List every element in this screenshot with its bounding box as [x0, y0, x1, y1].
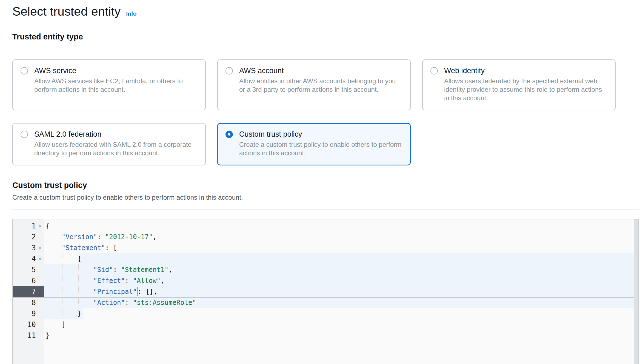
- json-punctuation: [46, 266, 93, 274]
- trusted-entity-card-aws-service[interactable]: AWS service Allow AWS services like EC2,…: [12, 59, 206, 110]
- json-punctuation: :: [125, 299, 133, 306]
- editor-line-6[interactable]: 6 "Effect": "Allow",: [13, 275, 638, 286]
- line-number: 10: [27, 319, 36, 330]
- gutter-line-5: 5: [13, 264, 44, 275]
- card-description: Allows users federated by the specified …: [444, 77, 607, 102]
- line-number: 9: [32, 308, 36, 319]
- json-punctuation: {: [46, 222, 50, 230]
- gutter-line-4: 4▾: [13, 253, 44, 264]
- json-string: "Allow": [133, 277, 161, 285]
- trust-policy-code-editor[interactable]: 1▾{2 "Version": "2012-10-17",3▾ "Stateme…: [12, 219, 639, 364]
- trusted-entity-type-heading: Trusted entity type: [12, 32, 640, 41]
- json-punctuation: :: [125, 277, 133, 285]
- json-string: "Statement1": [121, 266, 168, 274]
- editor-line-2[interactable]: 2 "Version": "2012-10-17",: [13, 231, 638, 242]
- json-punctuation: }: [46, 332, 50, 339]
- radio-custom-trust-policy[interactable]: [225, 131, 233, 138]
- card-label: Web identity: [444, 67, 485, 75]
- editor-line-11[interactable]: 11}: [13, 330, 638, 341]
- json-punctuation: : {},: [138, 288, 157, 296]
- card-label: AWS service: [34, 67, 76, 75]
- editor-line-8[interactable]: 8 "Action": "sts:AssumeRole": [13, 297, 638, 308]
- card-description: Allow users federated with SAML 2.0 from…: [34, 140, 198, 157]
- json-punctuation: [46, 288, 93, 296]
- radio-saml-federation[interactable]: [21, 131, 28, 138]
- json-punctuation: ,: [153, 233, 156, 241]
- line-number: 3: [32, 242, 36, 253]
- json-punctuation: {: [46, 255, 81, 263]
- card-description: Create a custom trust policy to enable o…: [239, 140, 402, 157]
- json-key: "Version": [62, 233, 97, 241]
- card-head: Web identity: [430, 67, 607, 75]
- json-punctuation: ,: [161, 277, 164, 285]
- json-punctuation: : [: [105, 244, 117, 252]
- editor-scrollbar[interactable]: [634, 219, 638, 364]
- fold-toggle-icon[interactable]: ▾: [36, 242, 44, 253]
- json-punctuation: ,: [168, 266, 172, 274]
- page-title: Select trusted entity: [12, 4, 121, 19]
- line-number: 5: [32, 264, 36, 275]
- json-punctuation: [46, 277, 93, 285]
- json-punctuation: ]: [46, 321, 65, 328]
- json-key: "Statement": [62, 244, 105, 252]
- json-punctuation: [46, 299, 93, 306]
- gutter-line-3: 3▾: [13, 242, 44, 253]
- line-number: 8: [32, 297, 36, 308]
- json-punctuation: :: [97, 233, 105, 241]
- gutter-line-11: 11: [13, 330, 44, 341]
- card-label: SAML 2.0 federation: [34, 130, 101, 139]
- gutter-line-7: 7: [13, 286, 44, 297]
- editor-line-1[interactable]: 1▾{: [13, 220, 638, 231]
- radio-aws-account[interactable]: [225, 67, 233, 74]
- code-text: "Statement": [: [44, 242, 634, 253]
- gutter-line-6: 6: [13, 275, 44, 286]
- json-punctuation: [46, 233, 62, 241]
- editor-line-10[interactable]: 10 ]: [13, 319, 638, 330]
- info-link[interactable]: Info: [126, 10, 136, 17]
- line-number: 7: [32, 286, 36, 297]
- editor-line-4[interactable]: 4▾ {: [13, 253, 638, 264]
- line-number: 2: [32, 231, 36, 242]
- code-text: }: [44, 308, 634, 319]
- editor-line-3[interactable]: 3▾ "Statement": [: [13, 242, 638, 253]
- trusted-entity-card-aws-account[interactable]: AWS account Allow entities in other AWS …: [217, 59, 411, 110]
- radio-web-identity[interactable]: [430, 67, 438, 74]
- json-string: "sts:AssumeRole": [133, 299, 196, 306]
- code-text: "Principal": {},: [44, 286, 634, 297]
- json-key: "Effect": [93, 277, 125, 285]
- custom-trust-policy-heading: Custom trust policy: [12, 181, 640, 190]
- trusted-entity-card-web-identity[interactable]: Web identity Allows users federated by t…: [422, 59, 616, 110]
- card-label: Custom trust policy: [239, 130, 302, 139]
- code-text: "Action": "sts:AssumeRole": [44, 297, 634, 308]
- line-number: 4: [32, 253, 36, 264]
- json-key: "Sid": [93, 266, 113, 274]
- page-header: Select trusted entity Info: [12, 4, 640, 19]
- editor-line-9[interactable]: 9 }: [13, 308, 638, 319]
- gutter-line-8: 8: [13, 297, 44, 308]
- code-text: "Effect": "Allow",: [44, 275, 634, 286]
- code-text: {: [44, 253, 634, 264]
- json-key: "Action": [93, 299, 125, 306]
- trusted-entity-card-saml-federation[interactable]: SAML 2.0 federation Allow users federate…: [12, 123, 206, 165]
- gutter-line-2: 2: [13, 231, 44, 242]
- editor-line-7[interactable]: 7 "Principal": {},: [13, 286, 638, 297]
- json-punctuation: }: [46, 310, 81, 317]
- code-text: }: [44, 330, 634, 341]
- trusted-entity-card-custom-trust-policy[interactable]: Custom trust policy Create a custom trus…: [217, 123, 411, 165]
- json-punctuation: :: [113, 266, 121, 274]
- card-description: Allow AWS services like EC2, Lambda, or …: [34, 77, 198, 94]
- radio-aws-service[interactable]: [21, 67, 28, 74]
- line-number: 6: [32, 275, 36, 286]
- json-punctuation: [46, 244, 62, 252]
- gutter-line-9: 9: [13, 308, 44, 319]
- card-head: Custom trust policy: [225, 130, 402, 139]
- fold-toggle-icon[interactable]: ▾: [36, 220, 44, 231]
- code-text: "Sid": "Statement1",: [44, 264, 634, 275]
- fold-toggle-icon[interactable]: ▾: [36, 253, 44, 264]
- card-head: AWS account: [225, 67, 402, 75]
- editor-line-5[interactable]: 5 "Sid": "Statement1",: [13, 264, 638, 275]
- card-head: SAML 2.0 federation: [21, 130, 198, 139]
- json-key: "Principal": [93, 288, 137, 296]
- line-number: 1: [32, 220, 36, 231]
- card-description: Allow entities in other AWS accounts bel…: [239, 77, 402, 94]
